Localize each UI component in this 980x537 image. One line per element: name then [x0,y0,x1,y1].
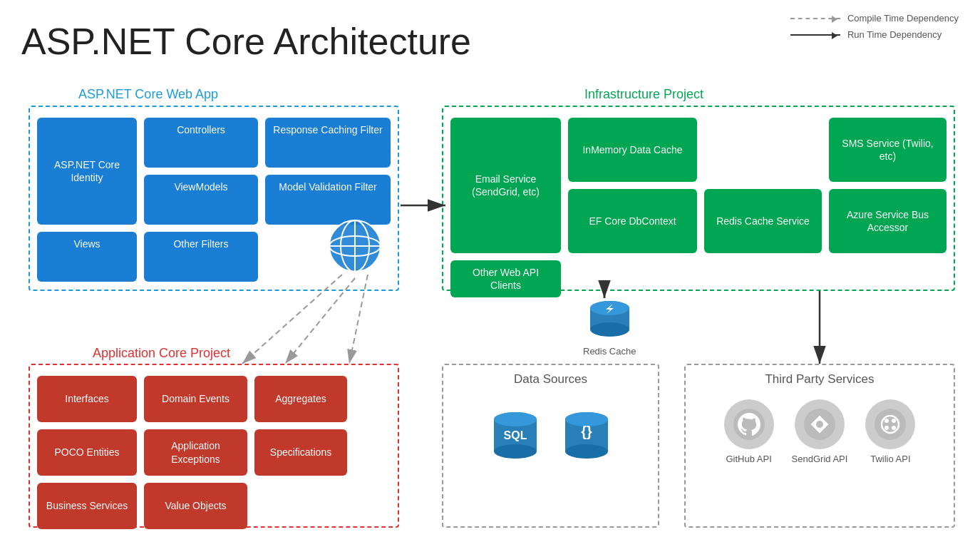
compile-time-arrow-icon [790,18,840,19]
svg-text:{}: {} [581,424,592,439]
github-label: GitHub API [726,454,771,464]
svg-point-28 [884,426,889,430]
svg-point-23 [816,421,823,428]
sql-icon: SQL [487,406,544,464]
azure-service-bus-btn[interactable]: Azure Service Bus Accessor [829,189,947,253]
email-service-btn[interactable]: Other Web API Clients [450,260,561,297]
github-icon [724,399,774,449]
svg-point-26 [884,419,889,423]
infra-container: InMemory Data Cache SMS Service (Twilio,… [442,106,955,291]
svg-point-13 [494,444,537,459]
aspnet-globe-icon [326,218,383,275]
run-time-arrow-icon [790,34,840,36]
legend-run-time: Run Time Dependency [790,29,959,40]
legend-compile-time-label: Compile Time Dependency [847,13,959,24]
datasources-container: Data Sources SQL {} [442,364,659,528]
twilio-icon [865,399,915,449]
interfaces-btn[interactable]: Interfaces [37,376,137,422]
thirdparty-icons: GitHub API SendGrid API [724,399,916,464]
redis-cache-service-btn[interactable]: Redis Cache Service [704,189,822,253]
datasources-label: Data Sources [514,372,587,387]
redis-label: Redis Cache [583,346,636,357]
inmemory-cache-btn[interactable]: InMemory Data Cache [568,118,697,182]
datasources-icons: SQL {} [487,406,615,464]
controllers-btn[interactable]: Controllers [144,118,258,168]
redis-icon [590,300,629,342]
appcore-section-label: Application Core Project [93,346,230,361]
sms-service-btn[interactable]: SMS Service (Twilio, etc) [829,118,947,182]
legend: Compile Time Dependency Run Time Depende… [790,13,959,40]
svg-point-18 [565,444,608,459]
viewmodels-btn[interactable]: ViewModels [144,175,258,225]
aggregates-btn[interactable]: Aggregates [254,376,347,422]
page-title: ASP.NET Core Architecture [21,20,471,63]
aspnet-identity-btn[interactable]: ASP.NET Core Identity [37,118,137,225]
svg-text:SQL: SQL [503,429,527,441]
svg-point-14 [494,412,537,426]
infra-section-label: Infrastructure Project [584,87,703,102]
thirdparty-container: Third Party Services GitHub API SendGrid [684,364,955,528]
thirdparty-label: Third Party Services [765,372,874,387]
svg-point-24 [875,409,906,440]
ef-core-btn[interactable]: EF Core DbContext [568,189,697,253]
webapp-section-label: ASP.NET Core Web App [78,87,218,102]
other-filters-btn[interactable]: Other Filters [144,232,258,282]
appcore-container: Interfaces Domain Events Aggregates POCO… [29,364,399,528]
nosql-icon-item: {} [558,406,615,464]
response-caching-btn[interactable]: Response Caching Filter [265,118,391,168]
svg-line-34 [285,278,355,364]
nosql-icon: {} [558,406,615,464]
sendgrid-icon [795,399,845,449]
svg-point-27 [892,419,896,423]
legend-compile-time: Compile Time Dependency [790,13,959,24]
business-services-btn[interactable]: Business Services [37,483,137,529]
svg-point-8 [590,322,629,337]
domain-events-btn[interactable]: Domain Events [144,376,247,422]
sendgrid-icon-item: SendGrid API [792,399,848,464]
views-btn[interactable]: Views [37,232,137,282]
application-exceptions-btn[interactable]: Application Exceptions [144,429,247,476]
github-icon-item: GitHub API [724,399,774,464]
twilio-icon-item: Twilio API [865,399,915,464]
specifications-btn[interactable]: Specifications [254,429,347,476]
redis-cache-area: Redis Cache [583,300,636,357]
value-objects-btn[interactable]: Value Objects [144,483,247,529]
legend-run-time-label: Run Time Dependency [847,29,942,40]
svg-point-29 [892,426,896,430]
other-web-api-btn[interactable]: Email Service (SendGrid, etc) [450,118,561,253]
sendgrid-label: SendGrid API [792,454,848,464]
poco-entities-btn[interactable]: POCO Entities [37,429,137,476]
sql-icon-item: SQL [487,406,544,464]
twilio-label: Twilio API [870,454,910,464]
